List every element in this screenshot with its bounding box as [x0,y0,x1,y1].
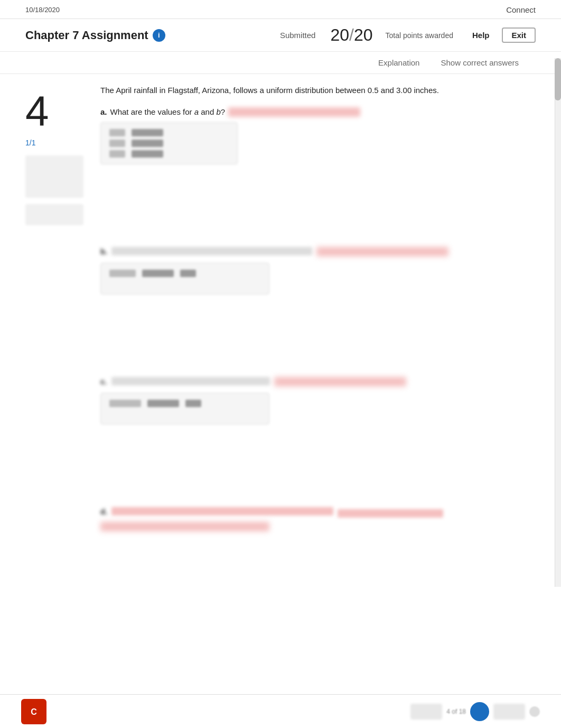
sub-question-b: b. [100,247,502,294]
question-number: 4 [25,90,79,132]
header-row: Chapter 7 Assignment i Submitted 20/20 T… [0,19,561,52]
sub-c-answer-box [100,393,269,425]
connect-label: Connect [506,5,536,14]
right-content: The April rainfall in Flagstaff, Arizona… [90,74,555,561]
spacer-3 [100,444,502,507]
submitted-label: Submitted [280,31,316,40]
score-display: 20/20 [330,25,372,45]
info-icon[interactable]: i [153,29,165,42]
page-indicator: 4 of 18 [446,708,466,715]
exit-button[interactable]: Exit [502,27,536,43]
total-pts-label: Total points awarded [386,31,453,40]
left-sidebar: 4 1/1 [0,74,90,561]
secondary-toolbar: Explanation Show correct answers [0,52,561,74]
bottom-logo: C [21,699,46,724]
explanation-button[interactable]: Explanation [378,58,419,67]
scrollbar-track [555,58,561,587]
points-fraction: 1/1 [25,139,79,147]
score-denominator: 20 [354,25,373,44]
top-bar: 10/18/2020 Connect [0,0,561,19]
prev-btn-blur[interactable] [410,704,442,720]
main-content: 4 1/1 The April rainfall in Flagstaff, A… [0,74,561,603]
circle-nav-btn[interactable] [470,702,489,721]
sub-question-d: d. [100,507,502,531]
sub-a-answer-blur [228,107,360,117]
more-btn-blur[interactable] [529,706,540,717]
date-label: 10/18/2020 [25,6,60,14]
sub-b-answer-box [100,263,269,294]
bottom-logo-icon: C [26,704,41,719]
chapter-title-text: Chapter 7 Assignment [25,29,148,42]
show-correct-button[interactable]: Show correct answers [441,58,519,67]
bottom-nav-group: 4 of 18 [410,702,540,721]
chapter-title: Chapter 7 Assignment i [25,29,165,42]
help-button[interactable]: Help [472,31,490,40]
spacer-1 [100,183,502,247]
sub-d-answer-blur [100,522,269,531]
sidebar-blurred-box [25,155,83,198]
sub-b-answer-blur [316,247,448,256]
sub-b-label: b. [100,247,107,256]
sub-a-letter: a. [100,107,107,116]
sub-question-a: a. What are the values for a and b? [100,107,502,164]
svg-text:C: C [31,707,37,716]
sub-a-text: What are the values for a and b? [110,107,226,116]
sub-a-answer-box [100,122,238,164]
sub-question-c: c. [100,377,502,425]
sub-c-label: c. [100,377,107,386]
sub-d-label: d. [100,507,107,516]
sub-question-a-label: a. What are the values for a and b? [100,107,502,117]
question-body-text: The April rainfall in Flagstaff, Arizona… [100,85,502,97]
sub-c-answer-blur [274,377,406,386]
question-meta: 1/1 [25,139,79,147]
next-btn-blur[interactable] [493,704,525,720]
bottom-bar: C 4 of 18 [0,694,561,728]
scrollbar-thumb[interactable] [555,58,561,100]
sidebar-blurred-box2 [25,204,83,225]
spacer-2 [100,314,502,377]
score-numerator: 20 [330,25,349,44]
